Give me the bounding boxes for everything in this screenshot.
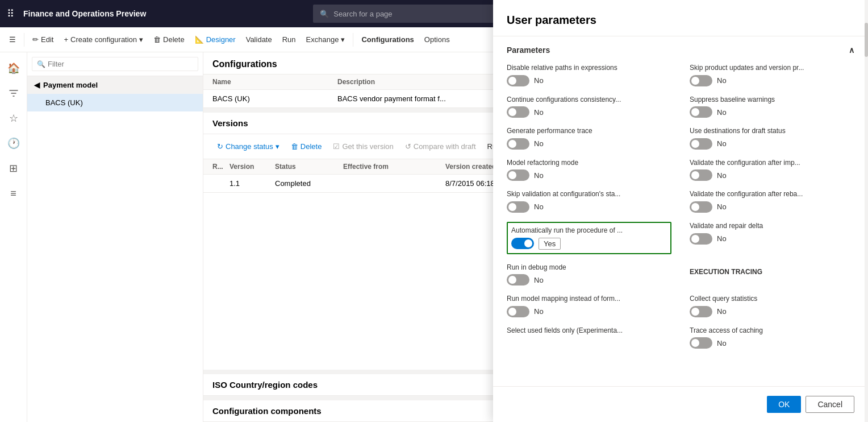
- filter-input-wrapper[interactable]: 🔍: [32, 57, 198, 71]
- delete-label: Delete: [163, 35, 185, 44]
- vrow-effective: [343, 179, 445, 188]
- edit-icon: ✏: [32, 35, 39, 44]
- toggle-trace-access[interactable]: [690, 337, 712, 349]
- toggle-label-continue-configs: No: [534, 108, 544, 117]
- nav-list-icon[interactable]: ≡: [2, 182, 25, 205]
- exchange-button[interactable]: Exchange ▾: [302, 31, 350, 49]
- toggle-run-model-mapping[interactable]: [507, 306, 529, 317]
- user-params-panel: User parameters Parameters ∧ Disable rel…: [493, 0, 868, 422]
- exchange-label: Exchange: [306, 35, 339, 44]
- nav-history-icon[interactable]: 🕐: [2, 132, 25, 155]
- param-label-validate-after-reba: Validate the configuration after reba...: [690, 190, 854, 199]
- delete-button[interactable]: 🗑 Delete: [149, 31, 189, 49]
- toggle-generate-perf[interactable]: [507, 138, 529, 150]
- scrollbar-thumb: [865, 23, 868, 57]
- cancel-button[interactable]: Cancel: [806, 396, 854, 413]
- parameters-label: Parameters: [507, 45, 550, 55]
- iso-title: ISO Country/region codes: [212, 380, 318, 390]
- versions-delete-button[interactable]: 🗑 Delete: [286, 138, 327, 156]
- toggle-label-collect-query: No: [717, 307, 727, 316]
- ok-button[interactable]: OK: [767, 396, 801, 413]
- nav-table-icon[interactable]: ⊞: [2, 157, 25, 180]
- compare-icon: ↺: [405, 142, 411, 151]
- toggle-suppress-baseline[interactable]: [690, 106, 712, 118]
- toggle-auto-run[interactable]: [511, 238, 534, 249]
- get-version-label: Get this version: [342, 142, 393, 151]
- hamburger-button[interactable]: ☰: [5, 31, 20, 49]
- param-control-collect-query: No: [690, 306, 854, 317]
- nav-home-icon[interactable]: 🏠: [2, 57, 25, 80]
- left-nav: 🏠 ☆ 🕐 ⊞ ≡: [0, 52, 27, 422]
- nav-star-icon[interactable]: ☆: [2, 107, 25, 130]
- param-skip-validation: Skip validation at configuration's sta..…: [507, 190, 671, 213]
- change-status-button[interactable]: ↻ Change status ▾: [212, 138, 284, 156]
- toggle-continue-configs[interactable]: [507, 106, 529, 118]
- create-config-label: Create configuration: [70, 35, 137, 44]
- vcol-r: R...: [212, 163, 229, 171]
- toggle-run-debug[interactable]: [507, 274, 529, 286]
- param-continue-configs: Continue configurations consistency... N…: [507, 96, 671, 118]
- get-version-button[interactable]: ☑ Get this version: [328, 138, 398, 156]
- param-control-run-model-mapping: No: [507, 306, 671, 317]
- nav-filter-icon[interactable]: [2, 82, 25, 105]
- designer-button[interactable]: 📐 Designer: [190, 31, 240, 49]
- toggle-label-generate-perf: No: [534, 139, 544, 148]
- param-validate-after-imp: Validate the configuration after imp... …: [690, 159, 854, 181]
- param-label-trace-access: Trace access of caching: [690, 326, 854, 336]
- param-label-skip-validation: Skip validation at configuration's sta..…: [507, 190, 671, 199]
- refresh-icon: ↻: [217, 142, 223, 151]
- toggle-label-skip-product: No: [717, 76, 727, 85]
- tree-item-payment-model[interactable]: ◀ Payment model: [27, 76, 203, 94]
- toggle-skip-validation[interactable]: [507, 201, 529, 213]
- change-status-label: Change status: [226, 142, 273, 151]
- toggle-label-auto-run: Yes: [539, 238, 561, 250]
- config-name: BACS (UK): [212, 94, 337, 103]
- toggle-label-run-model-mapping: No: [534, 307, 544, 316]
- tree-child-label: BACS (UK): [45, 98, 83, 107]
- toggle-validate-repair[interactable]: [690, 233, 712, 245]
- toggle-use-destinations[interactable]: [690, 138, 712, 150]
- app-title: Finance and Operations Preview: [23, 9, 146, 18]
- configurations-tab[interactable]: Configurations: [357, 31, 418, 49]
- toggle-validate-after-imp[interactable]: [690, 169, 712, 181]
- validate-button[interactable]: Validate: [241, 31, 277, 49]
- toggle-validate-after-reba[interactable]: [690, 201, 712, 213]
- toggle-collect-query[interactable]: [690, 306, 712, 317]
- collapse-icon[interactable]: ∧: [849, 45, 854, 55]
- param-control-validate-after-reba: No: [690, 201, 854, 213]
- tree-label: Payment model: [43, 81, 98, 89]
- tree-item-bacs-uk[interactable]: BACS (UK): [27, 94, 203, 111]
- param-label-run-model-mapping: Run model mapping instead of form...: [507, 295, 671, 304]
- param-collect-query-stats: Collect query statistics No: [690, 295, 854, 317]
- create-config-button[interactable]: + Create configuration ▾: [59, 31, 148, 49]
- compare-draft-button[interactable]: ↺ Compare with draft: [400, 138, 481, 156]
- param-label-skip-product: Skip product updates and version pr...: [690, 64, 854, 73]
- filter-input[interactable]: [48, 60, 193, 68]
- toggle-model-refactoring[interactable]: [507, 169, 529, 181]
- configurations-title: Configurations: [212, 59, 277, 69]
- param-validate-repair-delta: Validate and repair delta No: [690, 222, 854, 254]
- execution-tracing-label: EXECUTION TRACING: [690, 268, 854, 276]
- param-label-use-destinations: Use destinations for draft status: [690, 127, 854, 136]
- param-control-validate-repair: No: [690, 233, 854, 245]
- param-control-continue-configs: No: [507, 106, 671, 118]
- toggle-disable-relative[interactable]: [507, 75, 529, 86]
- param-control-model-refactoring: No: [507, 169, 671, 181]
- param-skip-product-updates: Skip product updates and version pr... N…: [690, 64, 854, 86]
- filter-bar: 🔍: [27, 52, 203, 76]
- toggle-label-trace-access: No: [717, 339, 727, 347]
- options-button[interactable]: Options: [420, 31, 454, 49]
- run-button[interactable]: Run: [278, 31, 301, 49]
- param-use-destinations-draft: Use destinations for draft status No: [690, 127, 854, 150]
- app-grid-icon[interactable]: ⠿: [7, 7, 14, 20]
- edit-label: Edit: [41, 35, 53, 44]
- scrollbar-track: [865, 0, 868, 422]
- edit-button[interactable]: ✏ Edit: [28, 31, 58, 49]
- toggle-label-model-refactoring: No: [534, 171, 544, 180]
- designer-icon: 📐: [195, 35, 204, 44]
- toggle-skip-product[interactable]: [690, 75, 712, 86]
- params-grid: Disable relative paths in expressions No…: [507, 64, 854, 349]
- toggle-label-validate-repair: No: [717, 234, 727, 243]
- config-components-title: Configuration components: [212, 406, 322, 416]
- run-label: Run: [282, 35, 296, 44]
